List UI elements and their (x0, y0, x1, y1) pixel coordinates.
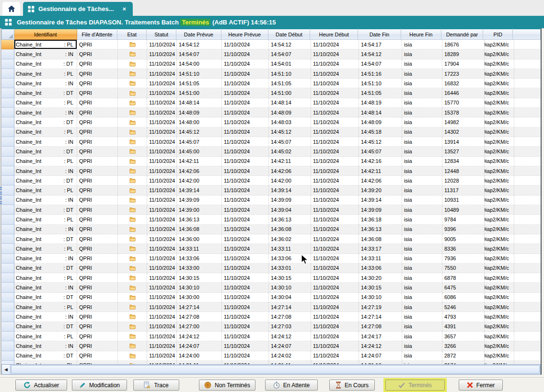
cell-identifiant[interactable]: Chaine_Int: IN (14, 49, 77, 59)
cell-path[interactable] (514, 215, 541, 224)
cell-file-attente[interactable]: QPRI (77, 234, 118, 244)
cell-heure-debut[interactable]: 11/10/2024 (311, 79, 359, 88)
cell-statut[interactable]: 11/10/2024 (147, 108, 177, 117)
en-cours-button[interactable]: En Cours (329, 380, 375, 391)
cell-heure-debut[interactable]: 11/10/2024 (311, 283, 359, 292)
cell-heure-debut[interactable]: 11/10/2024 (311, 312, 359, 322)
row-header-cell[interactable] (1, 264, 14, 273)
cell-heure-prevue[interactable]: 11/10/2024 (222, 69, 269, 79)
row-header-cell[interactable] (1, 234, 14, 244)
cell-heure-prevue[interactable]: 11/10/2024 (222, 88, 269, 98)
cell-date-prevue[interactable]: 14:33:11 (177, 244, 222, 254)
cell-identifiant[interactable]: Chaine_Int: DT (14, 234, 77, 244)
cell-heure-prevue[interactable]: 11/10/2024 (222, 117, 269, 127)
cell-path[interactable] (514, 137, 541, 147)
table-row[interactable]: Chaine_Int: INQPRI11/10/202414:39:0911/1… (1, 196, 541, 205)
cell-demande-par[interactable]: 3657 (442, 332, 485, 341)
row-header-cell[interactable] (1, 166, 14, 176)
cell-heure-debut[interactable]: 11/10/2024 (311, 332, 359, 341)
cell-date-debut[interactable]: 14:54:07 (269, 49, 311, 59)
row-header-cell[interactable] (1, 69, 14, 79)
cell-date-fin[interactable]: 14:48:09 (359, 117, 402, 127)
cell-date-prevue[interactable]: 14:33:06 (177, 254, 222, 264)
cell-heure-debut[interactable]: 11/10/2024 (311, 215, 359, 224)
table-row[interactable]: Chaine_Int: PLQPRI11/10/202414:27:1411/1… (1, 302, 541, 312)
cell-etat[interactable] (118, 341, 147, 351)
cell-identifiant[interactable]: Chaine_Int: DT (14, 176, 77, 185)
cell-date-fin[interactable]: 14:30:10 (359, 293, 402, 302)
cell-date-prevue[interactable]: 14:39:00 (177, 205, 222, 215)
cell-identifiant[interactable]: Chaine_Int: IN (14, 166, 77, 176)
row-header-cell[interactable] (1, 341, 14, 351)
cell-file-attente[interactable]: QPRI (77, 273, 118, 283)
cell-date-prevue[interactable]: 14:48:00 (177, 117, 222, 127)
table-row[interactable]: Chaine_Int: DTQPRI11/10/202414:36:0011/1… (1, 234, 541, 244)
cell-date-fin[interactable]: 14:51:10 (359, 79, 402, 88)
cell-heure-debut[interactable]: 11/10/2024 (311, 254, 359, 264)
cell-heure-prevue[interactable]: 11/10/2024 (222, 176, 269, 185)
cell-identifiant[interactable]: Chaine_Int: DT (14, 59, 77, 69)
row-header-cell[interactable] (1, 147, 14, 156)
cell-file-attente[interactable]: QPRI (77, 225, 118, 234)
cell-date-fin[interactable]: 14:33:11 (359, 254, 402, 264)
cell-path[interactable] (514, 283, 541, 292)
cell-statut[interactable]: 11/10/2024 (147, 69, 177, 79)
cell-date-fin[interactable]: 14:45:07 (359, 147, 402, 156)
cell-date-debut[interactable]: 14:51:10 (269, 69, 311, 79)
home-tab[interactable] (2, 2, 20, 16)
cell-date-debut[interactable]: 14:45:12 (269, 127, 311, 137)
cell-statut[interactable]: 11/10/2024 (147, 49, 177, 59)
row-header-cell[interactable] (1, 225, 14, 234)
cell-path[interactable] (514, 117, 541, 127)
cell-heure-fin[interactable]: isia (402, 40, 442, 49)
cell-heure-fin[interactable]: isia (402, 157, 442, 166)
cell-heure-fin[interactable]: isia (402, 88, 442, 98)
cell-demande-par[interactable]: 17223 (442, 69, 485, 79)
column-header-date-pr-vue[interactable]: Date Prévue (176, 28, 221, 40)
cell-pid[interactable]: /Diap2/KM/c (485, 273, 514, 283)
cell-demande-par[interactable]: 15378 (442, 108, 485, 117)
cell-statut[interactable]: 11/10/2024 (147, 166, 177, 176)
cell-path[interactable] (514, 88, 541, 98)
table-row[interactable]: Chaine_Int: PLQPRI11/10/202414:48:1411/1… (1, 98, 541, 108)
cell-heure-debut[interactable]: 11/10/2024 (311, 98, 359, 108)
cell-date-prevue[interactable]: 14:48:09 (177, 108, 222, 117)
cell-identifiant[interactable]: Chaine_Int: IN (14, 137, 77, 147)
cell-heure-fin[interactable]: isia (402, 283, 442, 292)
fermer-button[interactable]: Fermer (459, 380, 503, 391)
cell-identifiant[interactable]: Chaine_Int: DT (14, 293, 77, 302)
cell-pid[interactable]: /Diap2/KM/c (485, 185, 514, 195)
table-row[interactable]: Chaine_Int: PLQPRI11/10/202414:33:1111/1… (1, 244, 541, 254)
cell-heure-fin[interactable]: isia (402, 69, 442, 79)
cell-pid[interactable]: /Diap2/KM/c (485, 264, 514, 273)
cell-etat[interactable] (118, 98, 147, 108)
cell-date-prevue[interactable]: 14:51:05 (177, 79, 222, 88)
cell-etat[interactable] (118, 69, 147, 79)
cell-file-attente[interactable]: QPRI (77, 264, 118, 273)
table-row[interactable]: Chaine_Int: DTQPRI11/10/202414:48:0011/1… (1, 117, 541, 127)
row-header-cell[interactable] (1, 196, 14, 205)
table-row[interactable]: Chaine_Int: INQPRI11/10/202414:33:0611/1… (1, 254, 541, 264)
cell-heure-debut[interactable]: 11/10/2024 (311, 273, 359, 283)
row-header-cell[interactable] (1, 79, 14, 88)
cell-etat[interactable] (118, 137, 147, 147)
trace-button[interactable]: Trace (133, 380, 179, 391)
cell-identifiant[interactable]: Chaine_Int: PL (14, 157, 77, 166)
cell-etat[interactable] (118, 166, 147, 176)
row-header-cell[interactable] (1, 312, 14, 322)
cell-file-attente[interactable]: QPRI (77, 147, 118, 156)
cell-heure-fin[interactable]: isia (402, 254, 442, 264)
cell-demande-par[interactable]: 14302 (442, 127, 485, 137)
cell-heure-prevue[interactable]: 11/10/2024 (222, 293, 269, 302)
cell-heure-debut[interactable]: 11/10/2024 (311, 176, 359, 185)
cell-pid[interactable]: /Diap2/KM/c (485, 283, 514, 292)
cell-etat[interactable] (118, 127, 147, 137)
cell-heure-prevue[interactable]: 11/10/2024 (222, 98, 269, 108)
cell-file-attente[interactable]: QPRI (77, 59, 118, 69)
cell-date-prevue[interactable]: 14:42:11 (177, 157, 222, 166)
cell-etat[interactable] (118, 234, 147, 244)
splitter-grip-icon[interactable] (0, 186, 2, 205)
cell-heure-prevue[interactable]: 11/10/2024 (222, 302, 269, 312)
table-row[interactable]: Chaine_Int: INQPRI11/10/202414:27:0811/1… (1, 312, 541, 322)
row-header-cell[interactable] (1, 117, 14, 127)
